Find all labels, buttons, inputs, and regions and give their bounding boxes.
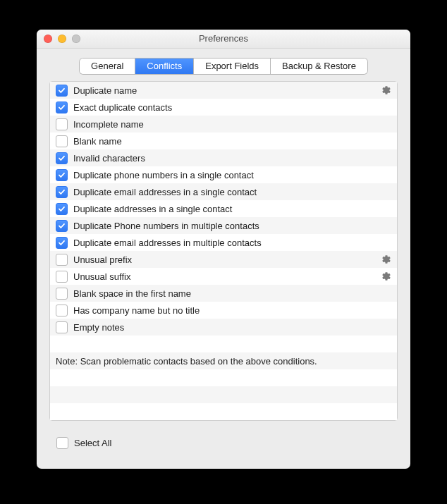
tab-backup-restore[interactable]: Backup & Restore [270,59,367,74]
conflict-label: Incomplete name [73,119,391,130]
list-item: Incomplete name [50,116,397,133]
conflict-checkbox[interactable] [56,203,68,215]
select-all-label: Select All [74,438,111,448]
conflict-label: Duplicate addresses in a single contact [73,204,391,214]
conflict-label: Duplicate phone numbers in a single cont… [73,170,391,180]
blank-row [50,403,397,420]
tab-segmented-control: General Conflicts Export Fields Backup &… [80,59,367,74]
conflict-label: Duplicate email addresses in multiple co… [73,238,391,248]
conflict-checkbox[interactable] [56,135,68,147]
list-item: Duplicate Phone numbers in multiple cont… [50,217,397,234]
conflict-label: Duplicate email addresses in a single co… [73,187,391,197]
gear-icon[interactable] [381,254,391,264]
conflict-checkbox[interactable] [56,321,68,333]
list-item: Duplicate email addresses in multiple co… [50,234,397,251]
select-all-checkbox[interactable] [56,437,68,449]
conflict-label: Has company name but no title [73,305,391,316]
note-text: Note: Scan problematic contacts based on… [56,356,317,367]
tab-export-fields[interactable]: Export Fields [193,59,270,74]
conflict-label: Unusual suffix [73,271,377,282]
list-item: Duplicate name [50,82,397,99]
conflict-checkbox[interactable] [56,305,68,316]
list-item: Blank space in the first name [50,285,397,302]
blank-row [50,336,397,352]
list-item: Exact duplicate contacts [50,99,397,116]
list-item: Unusual prefix [50,251,397,268]
conflict-label: Exact duplicate contacts [73,102,391,113]
conflict-checkbox[interactable] [56,152,68,164]
list-item: Empty notes [50,319,397,336]
list-item: Duplicate addresses in a single contact [50,200,397,217]
conflicts-list: Duplicate nameExact duplicate contactsIn… [50,82,397,420]
conflict-checkbox[interactable] [56,169,68,181]
conflict-label: Invalid characters [73,153,391,164]
tab-general[interactable]: General [80,59,135,74]
tab-conflicts[interactable]: Conflicts [135,59,193,74]
gear-icon[interactable] [381,85,391,95]
note-row: Note: Scan problematic contacts based on… [50,352,397,369]
conflict-label: Blank space in the first name [73,288,391,299]
conflict-label: Unusual prefix [73,254,377,265]
footer: Select All [37,432,410,459]
conflict-checkbox[interactable] [56,271,68,283]
titlebar: Preferences [37,30,410,49]
conflict-checkbox[interactable] [56,220,68,232]
gear-icon[interactable] [381,271,391,281]
conflict-checkbox[interactable] [56,85,68,97]
blank-row [50,369,397,386]
list-item: Blank name [50,133,397,149]
conflict-label: Duplicate name [73,85,377,96]
conflict-checkbox[interactable] [56,186,68,198]
conflict-label: Empty notes [73,322,391,333]
conflict-checkbox[interactable] [56,118,68,130]
blank-row [50,386,397,403]
list-item: Has company name but no title [50,302,397,319]
list-item: Duplicate email addresses in a single co… [50,183,397,200]
list-item: Duplicate phone numbers in a single cont… [50,166,397,183]
list-item: Invalid characters [50,149,397,166]
window-title: Preferences [37,30,410,48]
conflicts-panel: Duplicate nameExact duplicate contactsIn… [49,81,398,421]
conflict-checkbox[interactable] [56,254,68,266]
conflict-checkbox[interactable] [56,237,68,249]
tabs-row: General Conflicts Export Fields Backup &… [37,49,410,81]
conflict-checkbox[interactable] [56,288,68,300]
conflict-label: Duplicate Phone numbers in multiple cont… [73,221,391,231]
conflict-checkbox[interactable] [56,102,68,113]
preferences-window: Preferences General Conflicts Export Fie… [37,30,410,469]
list-item: Unusual suffix [50,268,397,285]
conflict-label: Blank name [73,136,391,147]
